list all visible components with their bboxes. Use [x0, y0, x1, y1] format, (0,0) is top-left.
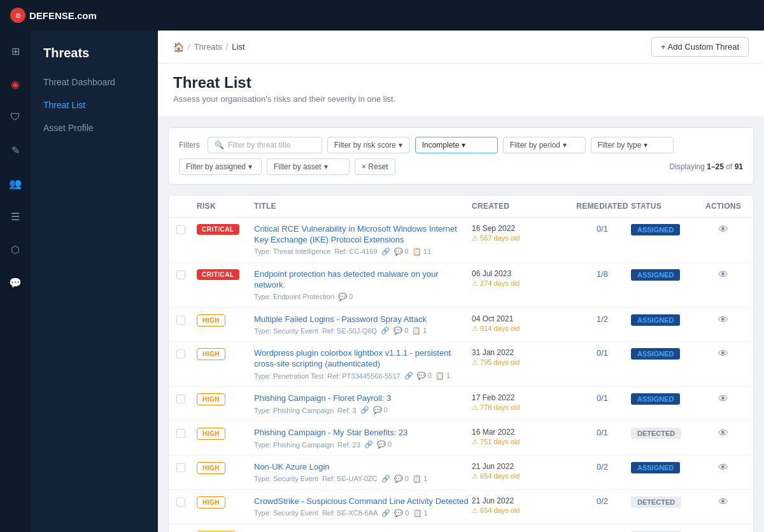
sidebar-icon-list[interactable]: ☰	[5, 206, 25, 227]
table-row: CRITICAL Critical RCE Vulnerability in M…	[169, 218, 753, 263]
top-bar: ⊙ DEFENSE.com	[0, 0, 764, 31]
threat-title-link[interactable]: Critical RCE Vulnerability in Microsoft …	[254, 224, 472, 246]
date-created: 31 Jan 2022	[472, 348, 574, 357]
threat-meta: Type: Security Event Ref: SE-XC8-6AA 🔗💬 …	[254, 509, 472, 517]
row-checkbox[interactable]	[176, 316, 185, 325]
view-icon[interactable]: 👁	[718, 224, 728, 235]
assigned-filter[interactable]: Filter by assigned ▾	[179, 158, 262, 175]
threat-meta: Type: Threat Intelligence Ref: CC-4169 🔗…	[254, 248, 472, 256]
page-title: Threat List	[173, 74, 749, 92]
remediated-count: 0/2	[597, 462, 608, 472]
row-checkbox[interactable]	[176, 395, 185, 403]
display-count: Displaying 1–25 of 91	[670, 160, 743, 174]
threat-title-link[interactable]: Phishing Campaign - My Star Benefits: 23	[254, 428, 472, 438]
risk-badge: HIGH	[197, 428, 225, 440]
table-header: Risk Title Created Remediated Status Act…	[169, 195, 753, 218]
view-icon[interactable]: 👁	[718, 496, 728, 507]
breadcrumb-home[interactable]: 🏠	[173, 42, 184, 52]
asset-filter[interactable]: Filter by asset ▾	[267, 158, 350, 175]
threat-meta: Type: Endpoint Protection 💬 0	[254, 293, 472, 301]
remediated-count: 0/1	[597, 224, 608, 234]
header-remediated: Remediated	[574, 202, 631, 211]
type-filter[interactable]: Filter by type ▾	[591, 137, 674, 153]
status-badge: ASSIGNED	[631, 269, 680, 281]
days-old: ⚠ 778 days old	[472, 403, 574, 412]
sidebar-icon-edit[interactable]: ✎	[5, 140, 25, 160]
sidebar-icon-nodes[interactable]: ⬡	[5, 239, 25, 260]
date-created: 21 Jun 2022	[472, 462, 574, 471]
risk-badge: HIGH	[197, 348, 225, 360]
threat-title-link[interactable]: CrowdStrike - Suspicious Command Line Ac…	[254, 496, 472, 507]
row-checkbox[interactable]	[176, 349, 185, 358]
row-checkbox[interactable]	[176, 270, 185, 279]
risk-score-filter[interactable]: Filter by risk score ▾	[327, 137, 410, 153]
sidebar-icon-grid[interactable]: ⊞	[5, 41, 25, 61]
header-risk: Risk	[197, 202, 254, 211]
period-filter[interactable]: Filter by period ▾	[503, 137, 586, 153]
threat-title-link[interactable]: Endpoint protection has detected malware…	[254, 269, 472, 291]
date-created: 04 Oct 2021	[472, 314, 574, 323]
table-row: HIGH Multiple Failed Logins - Password S…	[169, 308, 753, 342]
search-icon: 🔍	[215, 141, 224, 150]
remediated-count: 1/2	[597, 314, 608, 324]
date-created: 21 Jun 2022	[472, 496, 574, 505]
days-old: ⚠ 567 days old	[472, 234, 574, 242]
risk-badge: HIGH	[197, 393, 225, 405]
chevron-down-icon: ▾	[399, 141, 402, 150]
sidebar-item-threat-dashboard[interactable]: Threat Dashboard	[31, 71, 158, 94]
threat-meta: Type: Phishing Campaign Ref: 3 🔗💬 0	[254, 406, 472, 414]
table-row: MEDIUM www.unpatched.it #26681: Apache H…	[169, 524, 753, 532]
filters-section: Filters 🔍 Filter by threat title Filter …	[168, 127, 754, 185]
chevron-down-icon: ▾	[324, 162, 328, 171]
view-icon[interactable]: 👁	[718, 462, 728, 473]
sidebar-icon-shield[interactable]: 🛡	[5, 107, 25, 127]
threat-title-link[interactable]: Multiple Failed Logins - Password Spray …	[254, 314, 472, 325]
sidebar-item-asset-profile[interactable]: Asset Profile	[31, 116, 158, 139]
risk-badge: CRITICAL	[197, 224, 239, 235]
row-checkbox[interactable]	[176, 463, 185, 472]
logo-icon: ⊙	[10, 8, 25, 23]
row-checkbox[interactable]	[176, 225, 185, 234]
status-badge: ASSIGNED	[631, 348, 680, 360]
days-old: ⚠ 795 days old	[472, 358, 574, 367]
sidebar-icon-chat[interactable]: 💬	[5, 272, 25, 293]
sidebar-icon-users[interactable]: 👥	[5, 173, 25, 193]
table-row: HIGH Phishing Campaign - My Star Benefit…	[169, 421, 753, 456]
threat-meta: Type: Security Event Ref: SE-UAY-0ZC 🔗💬 …	[254, 475, 472, 483]
status-badge: ASSIGNED	[631, 462, 680, 473]
days-old: ⚠ 654 days old	[472, 472, 574, 480]
reset-button[interactable]: × Reset	[355, 158, 395, 175]
table-row: CRITICAL Endpoint protection has detecte…	[169, 263, 753, 308]
row-checkbox[interactable]	[176, 498, 185, 507]
search-filter[interactable]: 🔍 Filter by threat title	[208, 137, 322, 153]
days-old: ⚠ 654 days old	[472, 507, 574, 515]
view-icon[interactable]: 👁	[718, 393, 728, 404]
threat-title-link[interactable]: Non-UK Azure Login	[254, 462, 472, 473]
view-icon[interactable]: 👁	[718, 314, 728, 325]
remediated-count: 0/1	[597, 428, 608, 437]
threat-title-link[interactable]: Phishing Campaign - Floret Payroll: 3	[254, 393, 472, 404]
main-content: 🏠 / Threats / List + Add Custom Threat T…	[158, 31, 764, 532]
remediated-count: 0/1	[597, 393, 608, 403]
chevron-down-icon: ▾	[462, 141, 465, 150]
status-filter[interactable]: Incomplete ▾	[415, 137, 498, 153]
view-icon[interactable]: 👁	[718, 428, 728, 438]
sidebar-icon-threats[interactable]: ◉	[5, 74, 25, 94]
status-badge: ASSIGNED	[631, 224, 680, 235]
breadcrumb-current: List	[232, 42, 244, 52]
view-icon[interactable]: 👁	[718, 348, 728, 359]
date-created: 16 Sep 2022	[472, 224, 574, 233]
breadcrumb-threats[interactable]: Threats	[194, 42, 222, 52]
threat-meta: Type: Penetration Test Ref: PT33445566-5…	[254, 372, 472, 380]
add-custom-threat-button[interactable]: + Add Custom Threat	[651, 37, 749, 57]
remediated-count: 0/2	[597, 496, 608, 506]
threat-title-link[interactable]: Wordpress plugin colorbox lightbox v1.1.…	[254, 348, 472, 370]
sidebar-item-threat-list[interactable]: Threat List	[31, 94, 158, 116]
header-actions: Actions	[701, 202, 746, 211]
days-old: ⚠ 751 days old	[472, 438, 574, 446]
view-icon[interactable]: 👁	[718, 269, 728, 280]
filters-label: Filters	[179, 141, 200, 150]
days-old: ⚠ 274 days old	[472, 279, 574, 288]
row-checkbox[interactable]	[176, 429, 185, 438]
breadcrumb-bar: 🏠 / Threats / List + Add Custom Threat	[158, 31, 764, 64]
